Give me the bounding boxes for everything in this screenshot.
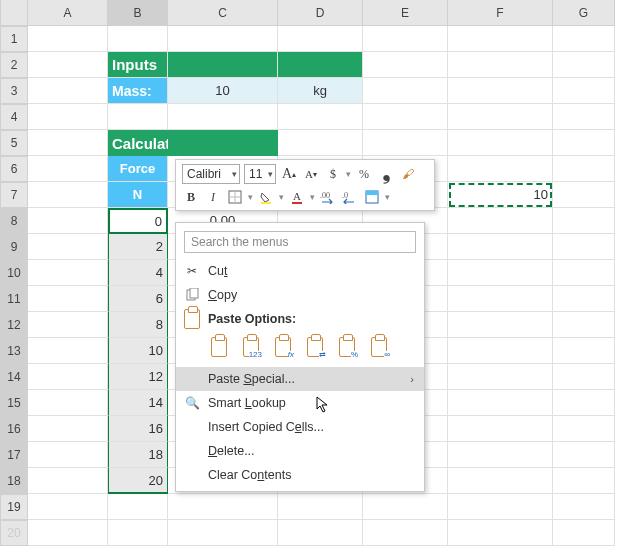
row-header-2[interactable]: 2: [0, 52, 28, 78]
cell-f20[interactable]: [448, 520, 553, 546]
cell-f13[interactable]: [448, 338, 553, 364]
cell-g4[interactable]: [553, 104, 615, 130]
clear-contents-menu-item[interactable]: Clear Contents: [176, 463, 424, 487]
cell-g19[interactable]: [553, 494, 615, 520]
italic-button[interactable]: I: [204, 188, 222, 206]
cell-f5[interactable]: [448, 130, 553, 156]
select-all-corner[interactable]: [0, 0, 28, 26]
paste-special-menu-item[interactable]: Paste Special... ›: [176, 367, 424, 391]
cell-e19[interactable]: [363, 494, 448, 520]
cell-a19[interactable]: [28, 494, 108, 520]
row-header-20[interactable]: 20: [0, 520, 28, 546]
comma-format-button[interactable]: ❟: [377, 165, 395, 183]
cell-g13[interactable]: [553, 338, 615, 364]
cell-e5[interactable]: [363, 130, 448, 156]
col-header-b[interactable]: B: [108, 0, 168, 26]
col-header-c[interactable]: C: [168, 0, 278, 26]
cell-f15[interactable]: [448, 390, 553, 416]
n-label[interactable]: N: [108, 182, 168, 208]
delete-menu-item[interactable]: Delete...: [176, 439, 424, 463]
cell-e3[interactable]: [363, 78, 448, 104]
cell-g12[interactable]: [553, 312, 615, 338]
cell-b8-active[interactable]: 0: [108, 208, 168, 234]
cell-a1[interactable]: [28, 26, 108, 52]
cell-d20[interactable]: [278, 520, 363, 546]
cell-e2[interactable]: [363, 52, 448, 78]
bold-button[interactable]: B: [182, 188, 200, 206]
cell-b13[interactable]: 10: [108, 338, 168, 364]
force-label[interactable]: Force: [108, 156, 168, 182]
percent-format-button[interactable]: %: [355, 165, 373, 183]
cell-f9[interactable]: [448, 234, 553, 260]
row-header-1[interactable]: 1: [0, 26, 28, 52]
mass-value[interactable]: 10: [168, 78, 278, 104]
col-header-f[interactable]: F: [448, 0, 553, 26]
inputs-title[interactable]: Inputs: [108, 52, 168, 78]
cell-g16[interactable]: [553, 416, 615, 442]
cell-g10[interactable]: [553, 260, 615, 286]
cell-g9[interactable]: [553, 234, 615, 260]
dropdown-icon[interactable]: ▾: [346, 169, 351, 179]
cell-a13[interactable]: [28, 338, 108, 364]
cell-a18[interactable]: [28, 468, 108, 494]
cell-c19[interactable]: [168, 494, 278, 520]
row-header-17[interactable]: 17: [0, 442, 28, 468]
dropdown-icon[interactable]: ▾: [385, 192, 390, 202]
cell-g3[interactable]: [553, 78, 615, 104]
cell-b18[interactable]: 20: [108, 468, 168, 494]
cell-b1[interactable]: [108, 26, 168, 52]
copy-menu-item[interactable]: Copy: [176, 283, 424, 307]
accounting-format-button[interactable]: $: [324, 165, 342, 183]
cell-d5[interactable]: [278, 130, 363, 156]
dropdown-icon[interactable]: ▾: [248, 192, 253, 202]
row-header-19[interactable]: 19: [0, 494, 28, 520]
cell-a11[interactable]: [28, 286, 108, 312]
cell-e1[interactable]: [363, 26, 448, 52]
cell-g18[interactable]: [553, 468, 615, 494]
cell-b20[interactable]: [108, 520, 168, 546]
cell-f11[interactable]: [448, 286, 553, 312]
cell-g1[interactable]: [553, 26, 615, 52]
cell-g2[interactable]: [553, 52, 615, 78]
row-header-5[interactable]: 5: [0, 130, 28, 156]
cell-d1[interactable]: [278, 26, 363, 52]
cell-a4[interactable]: [28, 104, 108, 130]
col-header-d[interactable]: D: [278, 0, 363, 26]
paste-option-formulas[interactable]: fx: [270, 333, 296, 361]
paste-option-values[interactable]: 123: [238, 333, 264, 361]
smart-lookup-menu-item[interactable]: 🔍 Smart Lookup: [176, 391, 424, 415]
cell-f17[interactable]: [448, 442, 553, 468]
cell-d4[interactable]: [278, 104, 363, 130]
calc-title[interactable]: Calculations: [108, 130, 168, 156]
cell-g15[interactable]: [553, 390, 615, 416]
cell-f16[interactable]: [448, 416, 553, 442]
font-name-select[interactable]: Calibri: [182, 164, 240, 184]
cell-d19[interactable]: [278, 494, 363, 520]
cell-b4[interactable]: [108, 104, 168, 130]
paste-option-paste[interactable]: [206, 333, 232, 361]
cell-f7[interactable]: 10: [448, 182, 553, 208]
col-header-e[interactable]: E: [363, 0, 448, 26]
cell-c4[interactable]: [168, 104, 278, 130]
cell-f18[interactable]: [448, 468, 553, 494]
cell-b11[interactable]: 6: [108, 286, 168, 312]
row-header-7[interactable]: 7: [0, 182, 28, 208]
dropdown-icon[interactable]: ▾: [310, 192, 315, 202]
cell-b17[interactable]: 18: [108, 442, 168, 468]
cell-g14[interactable]: [553, 364, 615, 390]
cell-g8[interactable]: [553, 208, 615, 234]
row-header-18[interactable]: 18: [0, 468, 28, 494]
paste-option-transpose[interactable]: ⇄: [302, 333, 328, 361]
format-painter-button[interactable]: 🖌: [399, 165, 417, 183]
cell-f12[interactable]: [448, 312, 553, 338]
cell-a7[interactable]: [28, 182, 108, 208]
cell-b9[interactable]: 2: [108, 234, 168, 260]
cell-a14[interactable]: [28, 364, 108, 390]
cell-f19[interactable]: [448, 494, 553, 520]
fill-color-button[interactable]: [257, 188, 275, 206]
row-header-8[interactable]: 8: [0, 208, 28, 234]
cell-g20[interactable]: [553, 520, 615, 546]
cell-g5[interactable]: [553, 130, 615, 156]
cell-a20[interactable]: [28, 520, 108, 546]
cell-b10[interactable]: 4: [108, 260, 168, 286]
